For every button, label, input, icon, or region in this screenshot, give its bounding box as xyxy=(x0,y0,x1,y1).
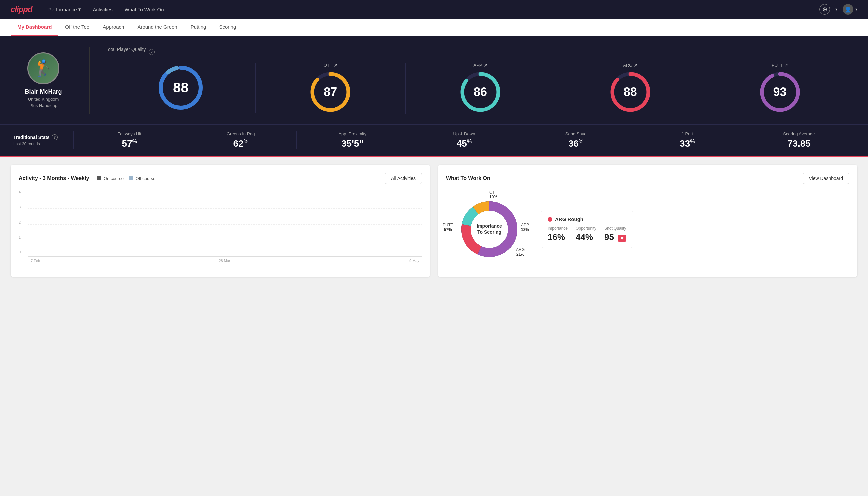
wtwo-dot xyxy=(548,217,552,221)
user-menu[interactable]: 👤 ▾ xyxy=(843,4,857,15)
activity-card: Activity - 3 Months - Weekly On course O… xyxy=(11,165,430,277)
trad-up-down: Up & Down 45% xyxy=(408,131,520,149)
arg-arrow-icon: ↗ xyxy=(633,63,637,68)
arg-score-value: 88 xyxy=(624,85,637,99)
activity-card-header: Activity - 3 Months - Weekly On course O… xyxy=(19,173,422,184)
tab-off-the-tee[interactable]: Off the Tee xyxy=(58,19,96,36)
wtwo-opportunity: Opportunity 44% xyxy=(575,226,596,242)
top-nav: clippd Performance ▾ Activities What To … xyxy=(0,0,868,19)
activity-legend: On course Off course xyxy=(97,176,155,181)
app-arrow-icon: ↗ xyxy=(484,63,487,68)
ott-donut-label: OTT 10% xyxy=(489,190,497,199)
traditional-stats: Traditional Stats ? Last 20 rounds Fairw… xyxy=(0,125,868,157)
svg-text:Importance: Importance xyxy=(477,223,502,229)
avatar: 🏌 xyxy=(27,52,59,84)
player-profile: 🏌 Blair McHarg United Kingdom Plus Handi… xyxy=(13,52,73,108)
ott-label: OTT xyxy=(324,63,332,68)
y-label-3: 3 xyxy=(19,205,21,209)
wtwo-detail-title: ARG Rough xyxy=(555,216,583,222)
trad-sand-save: Sand Save 36% xyxy=(520,131,632,149)
wtwo-shot-quality-val: 95 ▼ xyxy=(604,232,626,242)
overall-circle: 88 xyxy=(156,63,206,113)
trad-period: Last 20 rounds xyxy=(13,142,73,146)
score-circles-row: 88 OTT ↗ 87 AP xyxy=(106,63,855,113)
putt-arrow-icon: ↗ xyxy=(784,63,788,68)
arg-circle: 88 xyxy=(609,70,652,113)
avatar: 👤 xyxy=(843,4,853,15)
wtwo-metrics: Importance 16% Opportunity 44% Shot Qual… xyxy=(548,226,626,242)
on-course-legend: On course xyxy=(97,176,124,181)
app-label: APP xyxy=(473,63,482,68)
bottom-section: Activity - 3 Months - Weekly On course O… xyxy=(0,157,868,285)
svg-text:To Scoring: To Scoring xyxy=(477,229,501,234)
putt-score-value: 93 xyxy=(773,85,787,99)
putt-label: PUTT xyxy=(772,63,783,68)
donut-area: Importance To Scoring OTT 10% APP 12% AR… xyxy=(446,189,849,269)
arg-score-col: ARG ↗ 88 xyxy=(555,63,705,113)
x-label-feb: 7 Feb xyxy=(31,259,40,263)
trad-stat-items: Fairways Hit 57% Greens In Reg 62% App. … xyxy=(73,131,855,149)
wtwo-header: What To Work On View Dashboard xyxy=(446,173,849,184)
nav-what-to-work-on[interactable]: What To Work On xyxy=(125,7,164,12)
arg-label: ARG xyxy=(623,63,632,68)
add-button[interactable]: ⊕ xyxy=(819,4,830,15)
x-label-mar: 28 Mar xyxy=(219,259,230,263)
nav-links: Performance ▾ Activities What To Work On xyxy=(48,6,819,12)
overall-score-col: 88 xyxy=(106,63,256,113)
trad-app-proximity: App. Proximity 35'5" xyxy=(297,131,408,149)
ott-score-value: 87 xyxy=(324,85,337,99)
what-to-work-on-card: What To Work On View Dashboard xyxy=(438,165,857,277)
donut-chart-wrapper: Importance To Scoring OTT 10% APP 12% AR… xyxy=(446,189,533,269)
y-label-1: 1 xyxy=(19,235,21,239)
tab-approach[interactable]: Approach xyxy=(96,19,130,36)
trad-greens-in-reg: Greens In Reg 62% xyxy=(185,131,297,149)
y-label-2: 2 xyxy=(19,220,21,224)
nav-activities[interactable]: Activities xyxy=(93,7,113,12)
ott-arrow-icon: ↗ xyxy=(334,63,337,68)
trad-info-icon[interactable]: ? xyxy=(52,134,58,140)
player-handicap: Plus Handicap xyxy=(29,103,57,108)
app-circle: 86 xyxy=(459,70,502,113)
y-label-0: 0 xyxy=(19,250,21,254)
chevron-down-icon: ▾ xyxy=(78,6,81,12)
app-score-value: 86 xyxy=(474,85,487,99)
app-donut-label: APP 12% xyxy=(521,222,529,232)
overall-score-value: 88 xyxy=(173,80,189,96)
putt-circle: 93 xyxy=(758,70,802,113)
off-course-legend: Off course xyxy=(129,176,155,181)
arg-donut-label: ARG 21% xyxy=(516,248,525,257)
activity-chart-title: Activity - 3 Months - Weekly xyxy=(19,175,89,181)
nav-right: ⊕ ▾ 👤 ▾ xyxy=(819,4,857,15)
x-label-may: 9 May xyxy=(409,259,419,263)
wtwo-detail-card: ARG Rough Importance 16% Opportunity 44%… xyxy=(541,211,633,248)
app-score-col: APP ↗ 86 xyxy=(406,63,556,113)
logo[interactable]: clippd xyxy=(11,5,32,14)
nav-performance[interactable]: Performance ▾ xyxy=(48,6,81,12)
donut-svg: Importance To Scoring xyxy=(459,199,519,259)
all-activities-button[interactable]: All Activities xyxy=(385,173,422,184)
chevron-down-icon-add: ▾ xyxy=(835,7,837,12)
tab-around-the-green[interactable]: Around the Green xyxy=(130,19,184,36)
player-name: Blair McHarg xyxy=(25,88,62,95)
trad-1-putt: 1 Putt 33% xyxy=(632,131,743,149)
ott-score-col: OTT ↗ 87 xyxy=(256,63,406,113)
info-icon[interactable]: ? xyxy=(148,49,155,55)
shot-quality-badge: ▼ xyxy=(617,235,626,242)
trad-scoring-average: Scoring Average 73.85 xyxy=(743,131,855,149)
player-country: United Kingdom xyxy=(28,97,59,102)
tab-putting[interactable]: Putting xyxy=(184,19,213,36)
ott-circle: 87 xyxy=(309,70,352,113)
wtwo-opportunity-val: 44% xyxy=(575,232,596,242)
user-chevron-icon: ▾ xyxy=(855,7,857,12)
tab-my-dashboard[interactable]: My Dashboard xyxy=(11,19,58,36)
wtwo-importance-val: 16% xyxy=(548,232,568,242)
trad-fairways-hit: Fairways Hit 57% xyxy=(73,131,185,149)
putt-score-col: PUTT ↗ 93 xyxy=(705,63,855,113)
tab-scoring[interactable]: Scoring xyxy=(212,19,243,36)
wtwo-title: What To Work On xyxy=(446,175,490,181)
view-dashboard-button[interactable]: View Dashboard xyxy=(803,173,849,184)
wtwo-detail-header: ARG Rough xyxy=(548,216,626,222)
trad-label-group: Traditional Stats ? Last 20 rounds xyxy=(13,134,73,146)
total-quality-label: Total Player Quality xyxy=(106,47,146,52)
putt-donut-label: PUTT 57% xyxy=(443,222,453,232)
